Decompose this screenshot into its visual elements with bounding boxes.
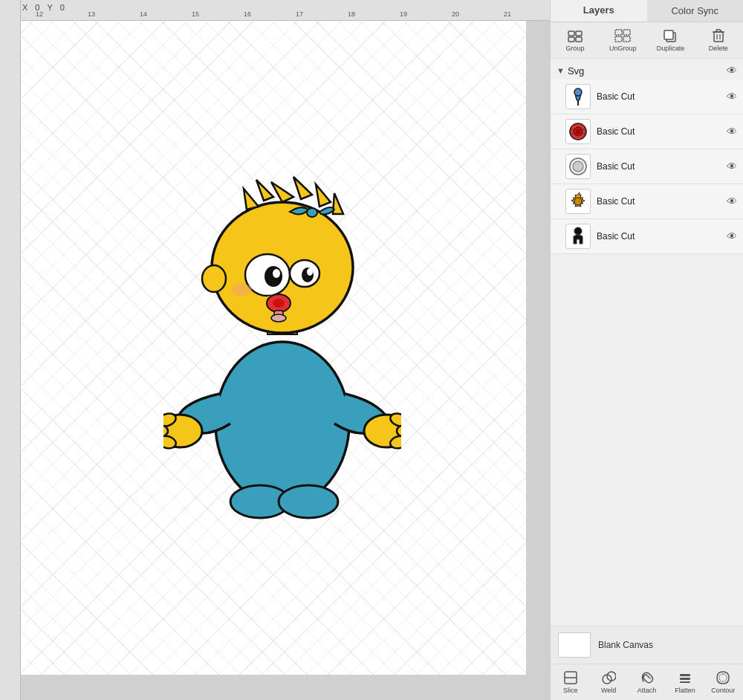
svg-point-22 [265, 266, 282, 287]
delete-button[interactable]: Delete [695, 25, 742, 55]
svg-rect-62 [680, 674, 690, 676]
svg-rect-36 [576, 37, 582, 42]
attach-button[interactable]: Attach [629, 667, 665, 697]
svg-marker-18 [333, 193, 343, 214]
blank-canvas-thumb [558, 632, 591, 658]
right-panel: Layers Color Sync Group UnGroup Duplicat… [550, 0, 743, 700]
blank-canvas-label: Blank Canvas [598, 640, 653, 650]
y-value: 0 [60, 3, 65, 12]
layer-tree: ▼ Svg 👁 Basic Cut 👁 [551, 59, 743, 626]
x-value: 0 [35, 3, 39, 12]
svg-point-57 [574, 227, 582, 235]
svg-group-row[interactable]: ▼ Svg 👁 [551, 62, 743, 80]
svg-point-29 [273, 299, 285, 308]
svg-point-49 [574, 88, 582, 96]
toolbar-row: Group UnGroup Duplicate Delete [551, 22, 743, 59]
weld-icon [600, 670, 617, 685]
svg-rect-43 [714, 32, 723, 42]
svg-point-56 [574, 198, 582, 205]
flatten-button[interactable]: Flatten [666, 667, 703, 697]
character-container [163, 111, 401, 535]
svg-group-label: Svg [568, 65, 727, 77]
svg-rect-63 [680, 678, 690, 680]
delete-icon [710, 28, 727, 43]
ruler-num-15: 15 [192, 10, 199, 18]
ruler-num-13: 13 [88, 10, 95, 18]
svg-point-26 [202, 265, 226, 292]
ruler-left [0, 0, 21, 700]
svg-rect-37 [615, 30, 622, 35]
contour-button[interactable]: Contour [705, 667, 742, 697]
layer-name-4: Basic Cut [597, 196, 721, 207]
svg-point-32 [231, 284, 252, 296]
layer-item-5[interactable]: Basic Cut 👁 [551, 219, 743, 254]
svg-group-eye[interactable]: 👁 [727, 65, 737, 77]
svg-point-52 [576, 129, 580, 134]
ruler-num-17: 17 [296, 10, 303, 18]
slice-icon [562, 670, 579, 685]
svg-rect-39 [615, 36, 622, 42]
svg-rect-35 [568, 37, 574, 42]
layer-item-1[interactable]: Basic Cut 👁 [551, 80, 743, 114]
layer-item-3[interactable]: Basic Cut 👁 [551, 149, 743, 184]
ruler-num-20: 20 [452, 10, 459, 18]
layer-eye-4[interactable]: 👁 [727, 195, 737, 207]
layer-item-2[interactable]: Basic Cut 👁 [551, 114, 743, 149]
svg-rect-38 [623, 30, 630, 35]
blank-canvas-row: Blank Canvas [551, 626, 743, 664]
layer-thumb-4 [565, 189, 591, 214]
duplicate-button[interactable]: Duplicate [648, 25, 694, 55]
layer-thumb-2 [565, 119, 591, 144]
ungroup-icon [614, 28, 632, 43]
ungroup-button[interactable]: UnGroup [600, 25, 646, 55]
svg-marker-17 [244, 189, 259, 210]
y-coord: Y [47, 3, 52, 12]
svg-point-0 [215, 342, 349, 505]
svg-marker-15 [316, 184, 331, 207]
svg-rect-42 [664, 30, 673, 39]
svg-rect-33 [568, 31, 574, 36]
slice-button[interactable]: Slice [552, 667, 588, 697]
ruler-num-14: 14 [140, 10, 147, 18]
layer-thumb-3 [565, 154, 591, 179]
canvas-area: 12 13 14 15 16 17 18 19 20 21 X 0 Y 0 [0, 0, 550, 700]
layer-name-5: Basic Cut [597, 231, 721, 242]
tab-bar: Layers Color Sync [551, 0, 743, 22]
ruler-num-19: 19 [400, 10, 407, 18]
svg-rect-45 [716, 30, 721, 32]
group-button[interactable]: Group [552, 25, 598, 55]
layer-name-2: Basic Cut [597, 126, 721, 137]
layer-eye-5[interactable]: 👁 [727, 230, 737, 242]
ruler-num-18: 18 [348, 10, 355, 18]
layer-eye-2[interactable]: 👁 [727, 126, 737, 137]
svg-point-55 [573, 161, 583, 172]
x-coord: X [22, 3, 27, 12]
svg-point-31 [271, 314, 286, 322]
layer-item-4[interactable]: Basic Cut 👁 [551, 184, 743, 219]
layer-eye-1[interactable]: 👁 [727, 91, 737, 103]
attach-icon [639, 670, 655, 685]
svg-rect-34 [576, 31, 582, 36]
coord-bar: X 0 Y 0 [22, 3, 65, 12]
svg-marker-14 [293, 177, 312, 199]
layer-thumb-5 [565, 224, 591, 249]
ruler-num-21: 21 [504, 10, 511, 18]
ruler-num-16: 16 [244, 10, 251, 18]
svg-rect-40 [623, 36, 630, 42]
group-icon [566, 28, 584, 43]
flatten-icon [677, 670, 693, 685]
svg-group-chevron: ▼ [557, 66, 565, 75]
svg-point-19 [307, 208, 317, 217]
bottom-toolbar: Slice Weld Attach Flatten Contour [551, 664, 743, 700]
svg-marker-13 [271, 182, 293, 202]
weld-button[interactable]: Weld [590, 667, 626, 697]
ruler-top: 12 13 14 15 16 17 18 19 20 21 [0, 0, 550, 21]
tab-layers[interactable]: Layers [551, 0, 647, 22]
svg-point-24 [273, 269, 280, 278]
layer-name-1: Basic Cut [597, 91, 721, 102]
contour-icon [715, 670, 731, 685]
svg-point-2 [279, 485, 338, 518]
layer-thumb-1 [565, 84, 591, 109]
tab-color-sync[interactable]: Color Sync [647, 0, 744, 22]
layer-eye-3[interactable]: 👁 [727, 161, 737, 172]
